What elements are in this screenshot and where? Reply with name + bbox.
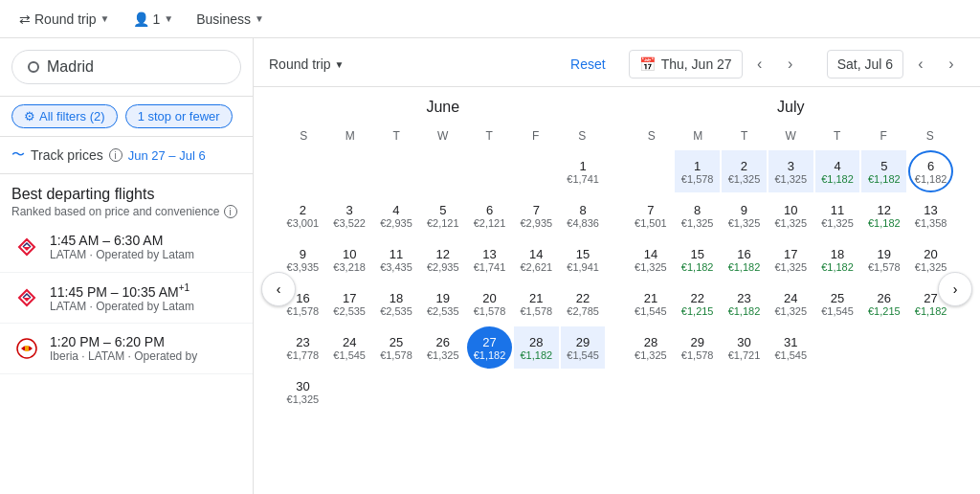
- calendar-day[interactable]: 12 €2,935: [420, 238, 465, 281]
- flight-item[interactable]: 11:45 PM – 10:35 AM+1 LATAM · Operated b…: [0, 273, 253, 324]
- flight-list: 1:45 AM – 6:30 AM LATAM · Operated by La…: [0, 222, 253, 494]
- calendar-prev-arrow[interactable]: ‹: [261, 272, 296, 306]
- reset-button[interactable]: Reset: [570, 56, 606, 72]
- calendar-day[interactable]: 2 €3,001: [280, 194, 325, 236]
- day-number: 11: [390, 247, 403, 261]
- calendar-day[interactable]: 18 €2,535: [374, 282, 419, 325]
- calendar-day[interactable]: 15 €1,941: [561, 238, 606, 281]
- day-price: €1,325: [728, 217, 761, 229]
- day-number: 9: [741, 203, 747, 217]
- calendar-day[interactable]: 6 €2,121: [467, 194, 512, 236]
- calendar-day[interactable]: 22 €2,785: [561, 282, 606, 325]
- calendar-june: JuneSMTWTFS 1 €1,741 2 €3,001 3 €3,522 4…: [269, 87, 617, 424]
- day-price: €1,182: [868, 173, 901, 185]
- day-price: €1,545: [567, 349, 599, 361]
- destination-input[interactable]: Madrid: [11, 50, 241, 84]
- calendar-day[interactable]: 25 €1,545: [815, 282, 860, 325]
- calendar-day[interactable]: 16 €1,182: [722, 238, 767, 281]
- flight-item[interactable]: 1:45 AM – 6:30 AM LATAM · Operated by La…: [0, 222, 253, 273]
- day-number: 5: [439, 203, 446, 217]
- flight-airline: LATAM · Operated by Latam: [50, 248, 241, 261]
- calendar-day[interactable]: 10 €3,218: [327, 238, 372, 281]
- calendar-day[interactable]: 23 €1,778: [280, 326, 325, 369]
- class-selector[interactable]: Business ▼: [189, 8, 272, 31]
- calendar-next-arrow[interactable]: ›: [938, 272, 972, 306]
- day-header: W: [768, 125, 814, 146]
- depart-next-button[interactable]: ›: [777, 51, 804, 78]
- day-price: €1,182: [821, 173, 854, 185]
- passengers-selector[interactable]: 👤 1 ▼: [125, 8, 182, 31]
- calendar-day[interactable]: 24 €1,545: [327, 326, 372, 369]
- calendar-day[interactable]: 19 €1,578: [861, 238, 906, 281]
- depart-prev-button[interactable]: ‹: [746, 51, 773, 78]
- all-filters-button[interactable]: ⚙ All filters (2): [11, 104, 118, 128]
- calendar-day[interactable]: 6 €1,182: [908, 150, 953, 192]
- calendar-day[interactable]: 26 €1,215: [861, 282, 906, 325]
- calendar-day[interactable]: 7 €1,501: [629, 194, 674, 236]
- return-date-display[interactable]: Sat, Jul 6: [827, 50, 903, 79]
- calendar-day[interactable]: 8 €4,836: [561, 194, 606, 236]
- calendar-day[interactable]: 11 €1,325: [815, 194, 860, 236]
- calendar-day[interactable]: 12 €1,182: [861, 194, 906, 236]
- flight-item[interactable]: 1:20 PM – 6:20 PM Iberia · LATAM · Opera…: [0, 324, 253, 374]
- calendar-day[interactable]: 25 €1,578: [374, 326, 419, 369]
- day-price: €1,578: [520, 305, 552, 317]
- stop-filter-button[interactable]: 1 stop or fewer: [125, 104, 233, 128]
- calendar-day[interactable]: 8 €1,325: [675, 194, 720, 236]
- calendar-day[interactable]: 13 €1,358: [908, 194, 953, 236]
- calendar-day[interactable]: 7 €2,935: [514, 194, 559, 236]
- empty-cell: [514, 150, 559, 192]
- day-number: 6: [486, 203, 493, 217]
- calendar-day[interactable]: 13 €1,741: [467, 238, 512, 281]
- calendar-day[interactable]: 1 €1,741: [561, 150, 606, 192]
- calendar-day[interactable]: 30 €1,325: [280, 370, 325, 413]
- calendar-day[interactable]: 1 €1,578: [675, 150, 720, 192]
- calendar-day[interactable]: 5 €1,182: [861, 150, 906, 192]
- calendar-day[interactable]: 3 €3,522: [327, 194, 372, 236]
- passengers-count: 1: [153, 11, 161, 27]
- calendar-day[interactable]: 30 €1,721: [722, 326, 767, 369]
- day-price: €1,182: [915, 305, 947, 317]
- calendar-day[interactable]: 3 €1,325: [768, 150, 813, 192]
- calendar-day[interactable]: 28 €1,325: [629, 326, 674, 369]
- calendar-day[interactable]: 4 €2,935: [374, 194, 419, 236]
- calendar-day[interactable]: 11 €3,435: [374, 238, 419, 281]
- calendar-day[interactable]: 15 €1,182: [675, 238, 720, 281]
- calendar-day[interactable]: 27 €1,182: [467, 326, 512, 369]
- calendar-day[interactable]: 10 €1,325: [768, 194, 813, 236]
- calendar-day[interactable]: 14 €1,325: [629, 238, 674, 281]
- day-number: 26: [878, 291, 891, 305]
- track-prices-info-icon[interactable]: i: [109, 148, 122, 162]
- calendar-day[interactable]: 5 €2,121: [420, 194, 465, 236]
- calendar-day[interactable]: 26 €1,325: [420, 326, 465, 369]
- calendar-day[interactable]: 24 €1,325: [768, 282, 813, 325]
- calendar-trip-type[interactable]: Round trip ▼: [269, 56, 345, 72]
- depart-date-display[interactable]: 📅 Thu, Jun 27: [629, 50, 743, 79]
- calendar-day[interactable]: 4 €1,182: [815, 150, 860, 192]
- calendar-day[interactable]: 29 €1,578: [675, 326, 720, 369]
- empty-cell: [327, 150, 372, 192]
- calendar-day[interactable]: 18 €1,182: [815, 238, 860, 281]
- return-next-button[interactable]: ›: [938, 51, 965, 78]
- calendar-day[interactable]: 19 €2,535: [420, 282, 465, 325]
- calendar-day[interactable]: 29 €1,545: [561, 326, 606, 369]
- day-number: 7: [647, 203, 654, 217]
- calendar-day[interactable]: 23 €1,182: [722, 282, 767, 325]
- best-flights-info-icon[interactable]: i: [224, 205, 237, 218]
- day-price: €1,325: [728, 173, 761, 185]
- calendar-day[interactable]: 20 €1,578: [467, 282, 512, 325]
- calendar-day[interactable]: 14 €2,621: [514, 238, 559, 281]
- calendar-day[interactable]: 17 €1,325: [768, 238, 813, 281]
- day-number: 8: [579, 203, 586, 217]
- calendar-day[interactable]: 21 €1,545: [629, 282, 674, 325]
- calendar-day[interactable]: 31 €1,545: [768, 326, 813, 369]
- calendar-day[interactable]: 17 €2,535: [327, 282, 372, 325]
- calendar-day[interactable]: 22 €1,215: [675, 282, 720, 325]
- trip-type-selector[interactable]: ⇄ Round trip ▼: [11, 8, 118, 31]
- calendar-day[interactable]: 21 €1,578: [514, 282, 559, 325]
- empty-cell: [629, 150, 674, 192]
- calendar-day[interactable]: 2 €1,325: [722, 150, 767, 192]
- return-prev-button[interactable]: ‹: [907, 51, 934, 78]
- calendar-day[interactable]: 28 €1,182: [514, 326, 559, 369]
- calendar-day[interactable]: 9 €1,325: [722, 194, 767, 236]
